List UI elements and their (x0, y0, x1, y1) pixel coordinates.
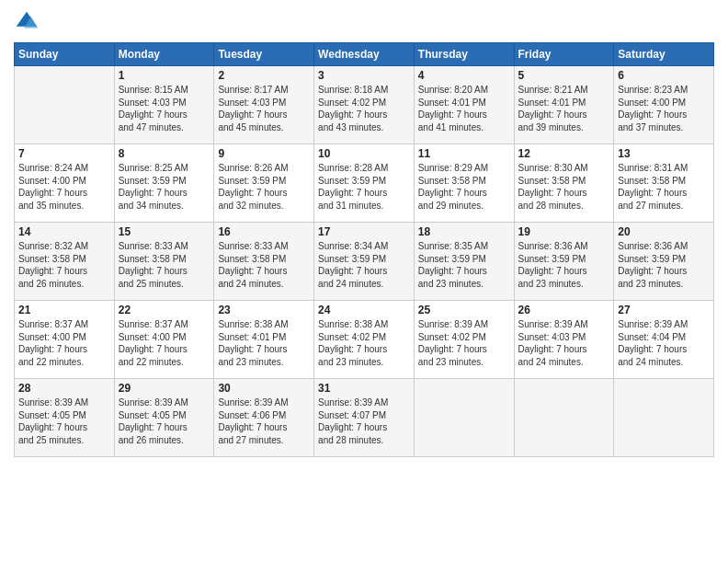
weekday-header-sunday: Sunday (15, 43, 115, 66)
day-info: Sunrise: 8:29 AM Sunset: 3:58 PM Dayligh… (418, 162, 510, 212)
day-number: 30 (218, 382, 310, 395)
day-info: Sunrise: 8:38 AM Sunset: 4:02 PM Dayligh… (318, 318, 410, 368)
weekday-header-wednesday: Wednesday (314, 43, 415, 66)
week-row-5: 28Sunrise: 8:39 AM Sunset: 4:05 PM Dayli… (15, 379, 714, 457)
calendar-header: SundayMondayTuesdayWednesdayThursdayFrid… (15, 43, 714, 66)
header (14, 9, 714, 35)
day-number: 16 (218, 225, 310, 238)
calendar-cell: 2Sunrise: 8:17 AM Sunset: 4:03 PM Daylig… (214, 66, 314, 144)
day-info: Sunrise: 8:24 AM Sunset: 4:00 PM Dayligh… (18, 162, 110, 212)
day-number: 29 (119, 382, 210, 395)
day-number: 17 (318, 225, 410, 238)
day-info: Sunrise: 8:26 AM Sunset: 3:59 PM Dayligh… (218, 162, 310, 212)
day-number: 26 (518, 304, 610, 316)
day-number: 15 (119, 225, 210, 238)
day-info: Sunrise: 8:32 AM Sunset: 3:58 PM Dayligh… (18, 240, 110, 290)
day-info: Sunrise: 8:20 AM Sunset: 4:01 PM Dayligh… (418, 84, 510, 133)
weekday-header-thursday: Thursday (414, 43, 514, 66)
calendar-cell: 27Sunrise: 8:39 AM Sunset: 4:04 PM Dayli… (614, 301, 714, 379)
calendar-cell: 23Sunrise: 8:38 AM Sunset: 4:01 PM Dayli… (214, 301, 314, 379)
day-number: 3 (318, 69, 410, 82)
week-row-3: 14Sunrise: 8:32 AM Sunset: 3:58 PM Dayli… (15, 223, 714, 301)
day-number: 24 (318, 304, 410, 316)
day-info: Sunrise: 8:39 AM Sunset: 4:06 PM Dayligh… (218, 396, 310, 446)
calendar-body: 1Sunrise: 8:15 AM Sunset: 4:03 PM Daylig… (15, 66, 714, 457)
calendar-cell: 3Sunrise: 8:18 AM Sunset: 4:02 PM Daylig… (314, 66, 415, 144)
day-info: Sunrise: 8:17 AM Sunset: 4:03 PM Dayligh… (218, 84, 310, 133)
day-info: Sunrise: 8:39 AM Sunset: 4:03 PM Dayligh… (518, 318, 610, 368)
weekday-header-monday: Monday (114, 43, 214, 66)
calendar-cell: 22Sunrise: 8:37 AM Sunset: 4:00 PM Dayli… (114, 301, 214, 379)
week-row-2: 7Sunrise: 8:24 AM Sunset: 4:00 PM Daylig… (15, 144, 714, 223)
day-info: Sunrise: 8:33 AM Sunset: 3:58 PM Dayligh… (218, 240, 310, 290)
calendar-cell: 26Sunrise: 8:39 AM Sunset: 4:03 PM Dayli… (514, 301, 614, 379)
weekday-header-friday: Friday (514, 43, 614, 66)
calendar-cell: 17Sunrise: 8:34 AM Sunset: 3:59 PM Dayli… (314, 223, 415, 301)
day-number: 28 (18, 382, 110, 395)
logo (14, 9, 41, 35)
calendar-cell: 12Sunrise: 8:30 AM Sunset: 3:58 PM Dayli… (514, 144, 614, 223)
calendar-cell: 13Sunrise: 8:31 AM Sunset: 3:58 PM Dayli… (614, 144, 714, 223)
day-number: 19 (518, 225, 610, 238)
day-number: 22 (119, 304, 210, 316)
page-container: SundayMondayTuesdayWednesdayThursdayFrid… (0, 0, 728, 462)
day-info: Sunrise: 8:33 AM Sunset: 3:58 PM Dayligh… (119, 240, 210, 290)
day-info: Sunrise: 8:31 AM Sunset: 3:58 PM Dayligh… (618, 162, 710, 212)
day-info: Sunrise: 8:23 AM Sunset: 4:00 PM Dayligh… (618, 84, 710, 133)
week-row-1: 1Sunrise: 8:15 AM Sunset: 4:03 PM Daylig… (15, 66, 714, 144)
calendar-cell: 18Sunrise: 8:35 AM Sunset: 3:59 PM Dayli… (414, 223, 514, 301)
calendar-cell: 4Sunrise: 8:20 AM Sunset: 4:01 PM Daylig… (414, 66, 514, 144)
day-number: 1 (119, 69, 210, 82)
day-number: 5 (518, 69, 610, 82)
calendar-table: SundayMondayTuesdayWednesdayThursdayFrid… (14, 42, 714, 457)
calendar-cell: 16Sunrise: 8:33 AM Sunset: 3:58 PM Dayli… (214, 223, 314, 301)
day-info: Sunrise: 8:35 AM Sunset: 3:59 PM Dayligh… (418, 240, 510, 290)
day-info: Sunrise: 8:37 AM Sunset: 4:00 PM Dayligh… (119, 318, 210, 368)
day-number: 10 (318, 147, 410, 160)
calendar-cell: 5Sunrise: 8:21 AM Sunset: 4:01 PM Daylig… (514, 66, 614, 144)
calendar-cell: 24Sunrise: 8:38 AM Sunset: 4:02 PM Dayli… (314, 301, 415, 379)
calendar-cell: 7Sunrise: 8:24 AM Sunset: 4:00 PM Daylig… (15, 144, 115, 223)
day-number: 27 (618, 304, 710, 316)
day-number: 21 (18, 304, 110, 316)
day-info: Sunrise: 8:28 AM Sunset: 3:59 PM Dayligh… (318, 162, 410, 212)
day-info: Sunrise: 8:15 AM Sunset: 4:03 PM Dayligh… (119, 84, 210, 133)
calendar-cell (614, 379, 714, 457)
calendar-cell: 15Sunrise: 8:33 AM Sunset: 3:58 PM Dayli… (114, 223, 214, 301)
day-number: 23 (218, 304, 310, 316)
day-number: 11 (418, 147, 510, 160)
day-number: 13 (618, 147, 710, 160)
calendar-cell: 6Sunrise: 8:23 AM Sunset: 4:00 PM Daylig… (614, 66, 714, 144)
calendar-cell: 28Sunrise: 8:39 AM Sunset: 4:05 PM Dayli… (15, 379, 115, 457)
weekday-row: SundayMondayTuesdayWednesdayThursdayFrid… (15, 43, 714, 66)
calendar-cell: 21Sunrise: 8:37 AM Sunset: 4:00 PM Dayli… (15, 301, 115, 379)
calendar-cell (514, 379, 614, 457)
day-info: Sunrise: 8:39 AM Sunset: 4:07 PM Dayligh… (318, 396, 410, 446)
day-info: Sunrise: 8:38 AM Sunset: 4:01 PM Dayligh… (218, 318, 310, 368)
day-info: Sunrise: 8:39 AM Sunset: 4:05 PM Dayligh… (18, 396, 110, 446)
calendar-cell: 11Sunrise: 8:29 AM Sunset: 3:58 PM Dayli… (414, 144, 514, 223)
day-number: 8 (119, 147, 210, 160)
day-number: 2 (218, 69, 310, 82)
day-info: Sunrise: 8:18 AM Sunset: 4:02 PM Dayligh… (318, 84, 410, 133)
calendar-cell (15, 66, 115, 144)
calendar-cell: 29Sunrise: 8:39 AM Sunset: 4:05 PM Dayli… (114, 379, 214, 457)
calendar-cell (414, 379, 514, 457)
calendar-cell: 31Sunrise: 8:39 AM Sunset: 4:07 PM Dayli… (314, 379, 415, 457)
day-number: 4 (418, 69, 510, 82)
day-number: 7 (18, 147, 110, 160)
day-number: 25 (418, 304, 510, 316)
day-info: Sunrise: 8:39 AM Sunset: 4:04 PM Dayligh… (618, 318, 710, 368)
day-info: Sunrise: 8:30 AM Sunset: 3:58 PM Dayligh… (518, 162, 610, 212)
day-info: Sunrise: 8:36 AM Sunset: 3:59 PM Dayligh… (618, 240, 710, 290)
day-info: Sunrise: 8:37 AM Sunset: 4:00 PM Dayligh… (18, 318, 110, 368)
calendar-cell: 30Sunrise: 8:39 AM Sunset: 4:06 PM Dayli… (214, 379, 314, 457)
day-number: 6 (618, 69, 710, 82)
day-info: Sunrise: 8:36 AM Sunset: 3:59 PM Dayligh… (518, 240, 610, 290)
day-info: Sunrise: 8:39 AM Sunset: 4:05 PM Dayligh… (119, 396, 210, 446)
weekday-header-tuesday: Tuesday (214, 43, 314, 66)
day-number: 20 (618, 225, 710, 238)
weekday-header-saturday: Saturday (614, 43, 714, 66)
day-info: Sunrise: 8:39 AM Sunset: 4:02 PM Dayligh… (418, 318, 510, 368)
day-number: 12 (518, 147, 610, 160)
